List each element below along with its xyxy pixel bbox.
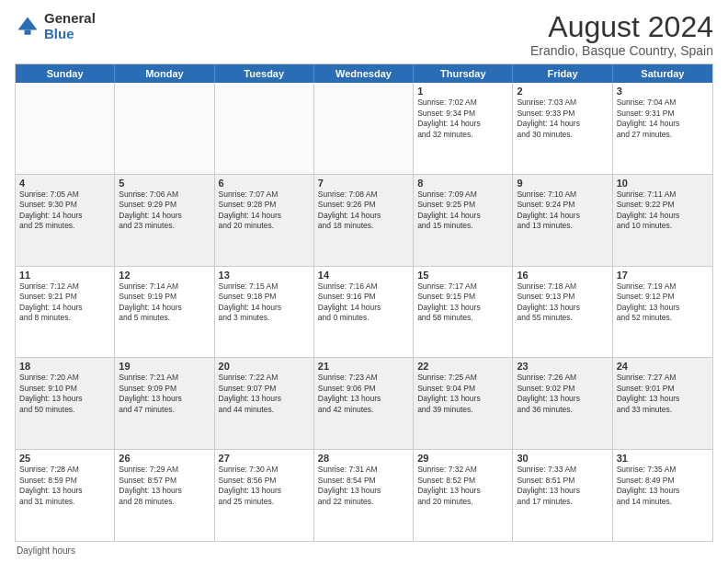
day-number: 5: [119, 178, 210, 189]
empty-cell: [314, 83, 414, 174]
day-number: 19: [119, 361, 210, 372]
calendar-row-4: 18Sunrise: 7:20 AM Sunset: 9:10 PM Dayli…: [16, 357, 712, 449]
logo-general: General: [44, 11, 96, 27]
day-info: Sunrise: 7:08 AM Sunset: 9:26 PM Dayligh…: [318, 190, 409, 232]
day-cell-30: 30Sunrise: 7:33 AM Sunset: 8:51 PM Dayli…: [513, 450, 612, 541]
day-info: Sunrise: 7:26 AM Sunset: 9:02 PM Dayligh…: [517, 373, 608, 415]
header: General Blue August 2024 Erandio, Basque…: [15, 11, 713, 58]
day-cell-23: 23Sunrise: 7:26 AM Sunset: 9:02 PM Dayli…: [513, 358, 612, 449]
day-number: 11: [19, 270, 110, 281]
day-cell-19: 19Sunrise: 7:21 AM Sunset: 9:09 PM Dayli…: [115, 358, 214, 449]
header-day-wednesday: Wednesday: [314, 64, 414, 83]
day-number: 28: [318, 453, 409, 464]
calendar-body: 1Sunrise: 7:02 AM Sunset: 9:34 PM Daylig…: [16, 83, 712, 541]
day-cell-27: 27Sunrise: 7:30 AM Sunset: 8:56 PM Dayli…: [215, 450, 314, 541]
day-info: Sunrise: 7:32 AM Sunset: 8:52 PM Dayligh…: [417, 465, 508, 507]
day-info: Sunrise: 7:17 AM Sunset: 9:15 PM Dayligh…: [417, 282, 508, 324]
day-cell-5: 5Sunrise: 7:06 AM Sunset: 9:29 PM Daylig…: [115, 175, 214, 266]
day-number: 2: [517, 86, 608, 97]
day-cell-6: 6Sunrise: 7:07 AM Sunset: 9:28 PM Daylig…: [215, 175, 314, 266]
day-number: 20: [219, 361, 310, 372]
day-info: Sunrise: 7:29 AM Sunset: 8:57 PM Dayligh…: [119, 465, 210, 507]
day-number: 24: [617, 361, 709, 372]
day-cell-15: 15Sunrise: 7:17 AM Sunset: 9:15 PM Dayli…: [414, 267, 513, 358]
day-info: Sunrise: 7:22 AM Sunset: 9:07 PM Dayligh…: [219, 373, 310, 415]
day-number: 4: [19, 178, 110, 189]
day-cell-2: 2Sunrise: 7:03 AM Sunset: 9:33 PM Daylig…: [513, 83, 612, 174]
calendar-row-3: 11Sunrise: 7:12 AM Sunset: 9:21 PM Dayli…: [16, 266, 712, 358]
empty-cell: [115, 83, 214, 174]
day-cell-17: 17Sunrise: 7:19 AM Sunset: 9:12 PM Dayli…: [613, 267, 712, 358]
day-info: Sunrise: 7:05 AM Sunset: 9:30 PM Dayligh…: [19, 190, 110, 232]
header-day-tuesday: Tuesday: [215, 64, 314, 83]
day-info: Sunrise: 7:15 AM Sunset: 9:18 PM Dayligh…: [219, 282, 310, 324]
day-info: Sunrise: 7:30 AM Sunset: 8:56 PM Dayligh…: [219, 465, 310, 507]
day-cell-10: 10Sunrise: 7:11 AM Sunset: 9:22 PM Dayli…: [613, 175, 712, 266]
day-info: Sunrise: 7:20 AM Sunset: 9:10 PM Dayligh…: [19, 373, 110, 415]
day-info: Sunrise: 7:18 AM Sunset: 9:13 PM Dayligh…: [517, 282, 608, 324]
footer-note: Daylight hours: [15, 546, 713, 556]
day-info: Sunrise: 7:14 AM Sunset: 9:19 PM Dayligh…: [119, 282, 210, 324]
day-info: Sunrise: 7:28 AM Sunset: 8:59 PM Dayligh…: [19, 465, 110, 507]
logo: General Blue: [15, 11, 96, 41]
day-number: 7: [318, 178, 409, 189]
day-cell-12: 12Sunrise: 7:14 AM Sunset: 9:19 PM Dayli…: [115, 267, 214, 358]
calendar-row-5: 25Sunrise: 7:28 AM Sunset: 8:59 PM Dayli…: [16, 449, 712, 541]
page: General Blue August 2024 Erandio, Basque…: [0, 0, 728, 563]
day-number: 26: [119, 453, 210, 464]
day-info: Sunrise: 7:25 AM Sunset: 9:04 PM Dayligh…: [417, 373, 508, 415]
day-cell-31: 31Sunrise: 7:35 AM Sunset: 8:49 PM Dayli…: [613, 450, 712, 541]
day-info: Sunrise: 7:31 AM Sunset: 8:54 PM Dayligh…: [318, 465, 409, 507]
empty-cell: [16, 83, 115, 174]
day-cell-9: 9Sunrise: 7:10 AM Sunset: 9:24 PM Daylig…: [513, 175, 612, 266]
logo-text: General Blue: [44, 11, 96, 41]
day-info: Sunrise: 7:19 AM Sunset: 9:12 PM Dayligh…: [617, 282, 709, 324]
day-info: Sunrise: 7:12 AM Sunset: 9:21 PM Dayligh…: [19, 282, 110, 324]
day-info: Sunrise: 7:03 AM Sunset: 9:33 PM Dayligh…: [517, 98, 608, 140]
day-cell-7: 7Sunrise: 7:08 AM Sunset: 9:26 PM Daylig…: [314, 175, 414, 266]
calendar-row-1: 1Sunrise: 7:02 AM Sunset: 9:34 PM Daylig…: [16, 83, 712, 174]
day-info: Sunrise: 7:27 AM Sunset: 9:01 PM Dayligh…: [617, 373, 709, 415]
header-day-saturday: Saturday: [613, 64, 712, 83]
header-day-friday: Friday: [513, 64, 612, 83]
day-cell-24: 24Sunrise: 7:27 AM Sunset: 9:01 PM Dayli…: [613, 358, 712, 449]
day-number: 16: [517, 270, 608, 281]
day-number: 18: [19, 361, 110, 372]
day-number: 15: [417, 270, 508, 281]
day-number: 14: [318, 270, 409, 281]
day-info: Sunrise: 7:16 AM Sunset: 9:16 PM Dayligh…: [318, 282, 409, 324]
day-number: 1: [417, 86, 508, 97]
subtitle: Erandio, Basque Country, Spain: [530, 43, 713, 58]
day-number: 13: [219, 270, 310, 281]
logo-icon: [15, 14, 40, 40]
day-number: 25: [19, 453, 110, 464]
day-info: Sunrise: 7:06 AM Sunset: 9:29 PM Dayligh…: [119, 190, 210, 232]
day-cell-14: 14Sunrise: 7:16 AM Sunset: 9:16 PM Dayli…: [314, 267, 414, 358]
day-number: 23: [517, 361, 608, 372]
day-cell-25: 25Sunrise: 7:28 AM Sunset: 8:59 PM Dayli…: [16, 450, 115, 541]
day-cell-28: 28Sunrise: 7:31 AM Sunset: 8:54 PM Dayli…: [314, 450, 414, 541]
day-number: 29: [417, 453, 508, 464]
day-cell-21: 21Sunrise: 7:23 AM Sunset: 9:06 PM Dayli…: [314, 358, 414, 449]
day-cell-26: 26Sunrise: 7:29 AM Sunset: 8:57 PM Dayli…: [115, 450, 214, 541]
day-number: 22: [417, 361, 508, 372]
day-number: 31: [617, 453, 709, 464]
day-number: 9: [517, 178, 608, 189]
day-info: Sunrise: 7:04 AM Sunset: 9:31 PM Dayligh…: [617, 98, 709, 140]
day-number: 30: [517, 453, 608, 464]
day-cell-16: 16Sunrise: 7:18 AM Sunset: 9:13 PM Dayli…: [513, 267, 612, 358]
day-number: 6: [219, 178, 310, 189]
header-day-sunday: Sunday: [16, 64, 115, 83]
day-info: Sunrise: 7:10 AM Sunset: 9:24 PM Dayligh…: [517, 190, 608, 232]
day-number: 21: [318, 361, 409, 372]
title-block: August 2024 Erandio, Basque Country, Spa…: [530, 11, 713, 58]
day-info: Sunrise: 7:33 AM Sunset: 8:51 PM Dayligh…: [517, 465, 608, 507]
day-number: 12: [119, 270, 210, 281]
calendar-row-2: 4Sunrise: 7:05 AM Sunset: 9:30 PM Daylig…: [16, 174, 712, 266]
calendar-header: SundayMondayTuesdayWednesdayThursdayFrid…: [16, 64, 712, 83]
svg-marker-0: [18, 17, 38, 29]
day-number: 10: [617, 178, 709, 189]
day-cell-29: 29Sunrise: 7:32 AM Sunset: 8:52 PM Dayli…: [414, 450, 513, 541]
day-info: Sunrise: 7:23 AM Sunset: 9:06 PM Dayligh…: [318, 373, 409, 415]
logo-blue: Blue: [44, 27, 96, 42]
